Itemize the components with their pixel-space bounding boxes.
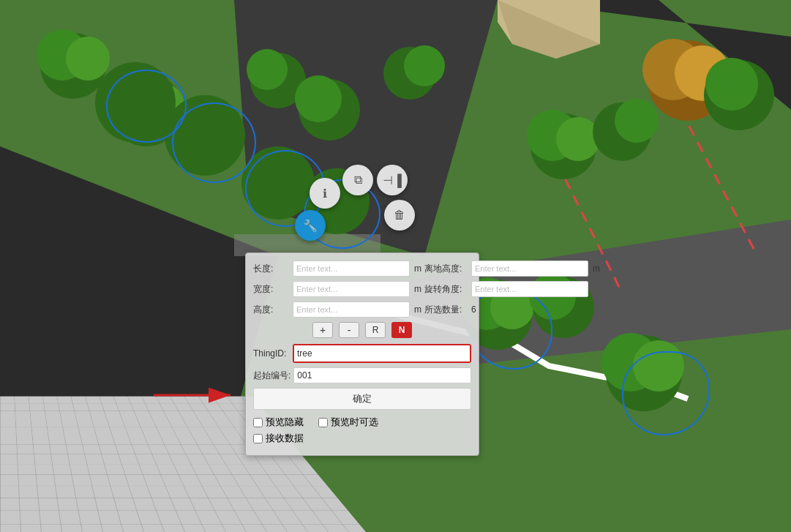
svg-point-24 <box>404 45 445 86</box>
svg-point-22 <box>295 75 342 122</box>
preview-selectable-label: 预览时可选 <box>331 416 378 429</box>
start-number-input[interactable] <box>293 367 471 383</box>
start-number-row: 起始编号: <box>253 367 471 383</box>
thingid-input-wrapper <box>293 344 471 363</box>
delete-button[interactable]: 🗑 <box>384 200 415 231</box>
checkbox-area: 预览隐藏 接收数据 预览时可选 <box>253 416 471 448</box>
height-above-input[interactable] <box>471 261 588 277</box>
confirm-button[interactable]: 确定 <box>253 388 471 410</box>
preview-hide-row: 预览隐藏 <box>253 416 304 429</box>
r-button[interactable]: R <box>365 322 386 338</box>
length-input[interactable] <box>293 261 410 277</box>
height-unit: m <box>414 304 421 315</box>
thingid-row: ThingID: <box>253 344 471 363</box>
width-unit: m <box>414 284 421 294</box>
width-input[interactable] <box>293 281 410 297</box>
preview-selectable-row: 预览时可选 <box>318 416 378 429</box>
rotation-label: 旋转角度: <box>424 283 468 296</box>
selected-label: 所选数量: <box>424 304 468 316</box>
width-label: 宽度: <box>253 283 290 296</box>
scene-viewport: ℹ ⧉ ⊣▐ 🔧 🗑 长度: m 离地高度: m 宽度: m 旋转角度: 高度: <box>0 0 791 532</box>
minus-button[interactable]: - <box>339 322 359 338</box>
thingid-label: ThingID: <box>253 348 290 359</box>
height-above-unit: m <box>593 263 600 274</box>
properties-panel: 长度: m 离地高度: m 宽度: m 旋转角度: 高度: m 所选数量: 6 … <box>245 252 479 456</box>
receive-data-row: 接收数据 <box>253 432 304 445</box>
selected-tree-2 <box>172 102 256 183</box>
svg-point-13 <box>66 37 110 80</box>
height-row: 高度: m 所选数量: 6 <box>253 301 471 318</box>
length-label: 长度: <box>253 263 290 275</box>
width-row: 宽度: m 旋转角度: <box>253 281 471 297</box>
svg-point-29 <box>705 58 758 110</box>
start-number-label: 起始编号: <box>253 370 290 382</box>
height-label: 高度: <box>253 304 290 316</box>
copy-button[interactable]: ⧉ <box>342 165 373 195</box>
preview-hide-checkbox[interactable] <box>253 418 263 427</box>
receive-data-label: 接收数据 <box>266 432 304 445</box>
height-above-label: 离地高度: <box>424 263 468 275</box>
thingid-input[interactable] <box>294 345 470 361</box>
adjustment-buttons-row: + - R N <box>253 322 471 338</box>
plus-button[interactable]: + <box>312 322 333 338</box>
svg-point-32 <box>556 117 600 161</box>
preview-hide-label: 预览隐藏 <box>266 416 304 429</box>
play-reset-button[interactable]: ⊣▐ <box>377 165 408 195</box>
n-button[interactable]: N <box>391 322 412 338</box>
svg-point-34 <box>615 99 659 143</box>
info-button[interactable]: ℹ <box>310 178 340 209</box>
receive-data-checkbox[interactable] <box>253 434 263 443</box>
length-row: 长度: m 离地高度: m <box>253 261 471 277</box>
length-unit: m <box>414 263 421 274</box>
preview-selectable-checkbox[interactable] <box>318 418 328 427</box>
height-input[interactable] <box>293 301 410 318</box>
wrench-button[interactable]: 🔧 <box>295 210 326 241</box>
toolbar: ℹ ⧉ ⊣▐ 🔧 🗑 <box>289 165 435 252</box>
selected-value: 6 <box>471 304 476 315</box>
svg-point-20 <box>247 49 288 90</box>
rotation-input[interactable] <box>471 281 588 297</box>
